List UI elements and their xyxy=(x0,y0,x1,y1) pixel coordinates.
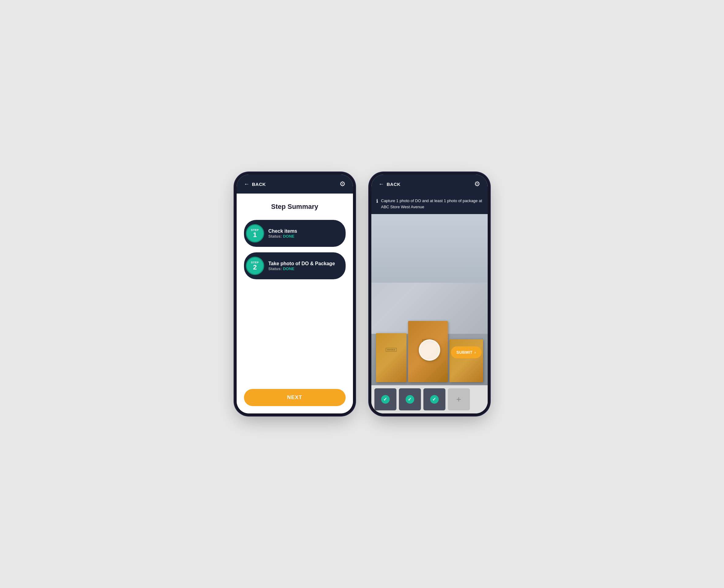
camera-view: SUBMIT › xyxy=(371,214,488,385)
step-info-2: Take photo of DO & Package Status: DONE xyxy=(269,261,335,271)
phone-2: ← BACK ⚙ ℹ Capture 1 photo of DO and at … xyxy=(371,174,488,414)
step-number-1: 1 xyxy=(253,232,257,238)
settings-icon-1[interactable]: ⚙ xyxy=(340,180,346,188)
step-title-2: Take photo of DO & Package xyxy=(269,261,335,267)
phone2-content: ℹ Capture 1 photo of DO and at least 1 p… xyxy=(371,193,488,414)
box-1 xyxy=(376,333,407,382)
check-icon-1: ✓ xyxy=(381,395,390,404)
thumbnails-bar: ✓ ✓ ✓ + xyxy=(371,385,488,414)
thumbnail-2[interactable]: ✓ xyxy=(399,388,421,411)
submit-button[interactable]: SUBMIT › xyxy=(451,346,482,358)
thumbnail-1[interactable]: ✓ xyxy=(375,388,397,411)
next-button[interactable]: NEXT xyxy=(244,389,346,406)
box-3 xyxy=(449,339,483,382)
step-circle-2: STEP 2 xyxy=(246,257,264,275)
step-status-2: Status: DONE xyxy=(269,267,335,271)
back-button-2[interactable]: ← BACK xyxy=(379,181,401,187)
step-info-1: Check items Status: DONE xyxy=(269,229,297,238)
info-text: Capture 1 photo of DO and at least 1 pho… xyxy=(381,198,483,210)
back-label-1: BACK xyxy=(252,182,266,187)
submit-label: SUBMIT xyxy=(456,350,473,355)
phone-1: ← BACK ⚙ Step Summary STEP 1 Check items… xyxy=(237,174,353,414)
step-title-1: Check items xyxy=(269,229,297,234)
back-label-2: BACK xyxy=(387,182,400,187)
add-photo-button[interactable]: + xyxy=(448,388,470,411)
top-bar-2: ← BACK ⚙ xyxy=(371,174,488,193)
settings-icon-2[interactable]: ⚙ xyxy=(474,180,480,188)
back-button-1[interactable]: ← BACK xyxy=(244,181,266,187)
thumbnail-3[interactable]: ✓ xyxy=(423,388,445,411)
step-item-1[interactable]: STEP 1 Check items Status: DONE xyxy=(244,220,346,247)
step-number-2: 2 xyxy=(253,264,257,271)
top-bar-1: ← BACK ⚙ xyxy=(237,174,353,193)
back-arrow-icon-2: ← xyxy=(379,181,384,187)
step-circle-1: STEP 1 xyxy=(246,224,264,243)
phones-container: ← BACK ⚙ Step Summary STEP 1 Check items… xyxy=(237,174,488,414)
info-banner: ℹ Capture 1 photo of DO and at least 1 p… xyxy=(371,193,488,214)
step-item-2[interactable]: STEP 2 Take photo of DO & Package Status… xyxy=(244,252,346,279)
submit-arrow-icon: › xyxy=(474,350,476,355)
info-icon: ℹ xyxy=(376,198,378,204)
step-status-1: Status: DONE xyxy=(269,234,297,238)
check-icon-3: ✓ xyxy=(430,395,439,404)
phone1-content: Step Summary STEP 1 Check items Status: … xyxy=(237,193,353,414)
check-icon-2: ✓ xyxy=(406,395,414,404)
back-arrow-icon: ← xyxy=(244,181,250,187)
step-summary-title: Step Summary xyxy=(244,203,346,211)
shutter-button[interactable] xyxy=(419,339,440,361)
